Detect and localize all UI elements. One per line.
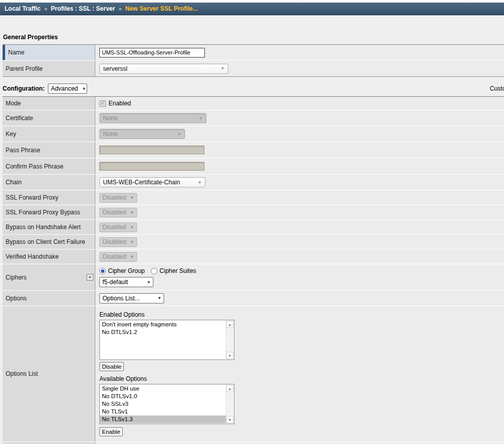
breadcrumb-item-profiles-ssl-server[interactable]: Profiles : SSL : Server xyxy=(51,5,115,12)
row-bypass-on-handshake-alert: Bypass on Handshake Alert Disabled ▼ xyxy=(3,220,504,235)
mode-label-cell: Mode xyxy=(3,97,95,110)
row-pass-phrase: Pass Phrase xyxy=(3,142,504,158)
list-item[interactable]: No SSLv3 xyxy=(100,400,226,408)
cipher-group-select-value: f5-default xyxy=(102,279,128,286)
scroll-up-icon[interactable]: ▲ xyxy=(226,385,233,392)
options-select-value: Options List... xyxy=(102,295,140,302)
chevron-down-icon: ▼ xyxy=(199,116,203,121)
bypass-on-client-cert-failure-select: Disabled ▼ xyxy=(99,237,137,247)
chevron-down-icon: ▼ xyxy=(130,240,134,244)
mode-label: Mode xyxy=(6,100,21,107)
ssl-forward-proxy-label: SSL Forward Proxy xyxy=(6,194,59,201)
breadcrumb-item-current: New Server SSL Profile... xyxy=(125,5,198,12)
key-label: Key xyxy=(6,130,16,137)
parent-profile-label-cell: Parent Profile xyxy=(3,61,95,76)
chevron-down-icon: ▼ xyxy=(177,132,181,136)
general-properties-table: Name Parent Profile serverssl ▼ xyxy=(3,44,504,77)
cipher-group-radio[interactable] xyxy=(99,268,106,274)
breadcrumb: Local Traffic » Profiles : SSL : Server … xyxy=(0,3,504,15)
key-value-cell: None ▼ xyxy=(95,126,504,142)
ssl-forward-proxy-bypass-select-value: Disabled xyxy=(102,209,126,216)
cipher-suites-radio[interactable] xyxy=(151,268,157,274)
ssl-forward-proxy-bypass-label: SSL Forward Proxy Bypass xyxy=(6,209,80,216)
list-item[interactable]: No DTLSv1.2 xyxy=(100,328,226,336)
available-options-scrollbar[interactable]: ▲ ▼ xyxy=(226,385,233,423)
row-key: Key None ▼ xyxy=(3,126,504,142)
bypass-on-handshake-alert-select: Disabled ▼ xyxy=(99,223,137,232)
key-select: None ▼ xyxy=(99,129,185,139)
custom-column-label: Custom xyxy=(490,85,504,92)
name-label-cell: Name xyxy=(3,45,95,60)
ciphers-value-cell: Cipher Group Cipher Suites f5-default ▼ xyxy=(95,264,504,290)
chevron-down-icon: ▼ xyxy=(221,66,225,71)
enabled-options-listbox[interactable]: Don't insert empty fragments No DTLSv1.2… xyxy=(99,320,234,360)
list-item[interactable]: No TLSv1 xyxy=(100,408,226,415)
scroll-up-icon[interactable]: ▲ xyxy=(226,321,233,328)
row-data-0rtt: Data 0-RTT Disabled ▼ xyxy=(3,442,504,444)
row-verified-handshake: Verified Handshake Disabled ▼ xyxy=(3,249,504,264)
configuration-mode-select[interactable]: Advanced ▼ xyxy=(48,84,87,94)
list-item[interactable]: Single DH use xyxy=(100,385,226,393)
pass-phrase-label-cell: Pass Phrase xyxy=(3,142,95,158)
row-certificate: Certificate None ▼ xyxy=(3,110,504,126)
confirm-pass-phrase-label: Confirm Pass Phrase xyxy=(6,163,63,170)
chevron-down-icon: ▼ xyxy=(198,180,202,185)
chain-select-value: UMS-WEB-Certificate-Chain xyxy=(103,179,180,186)
chevron-down-icon: ▼ xyxy=(130,196,134,200)
mode-enabled-checkbox[interactable] xyxy=(99,100,106,107)
pass-phrase-input xyxy=(99,146,204,154)
cipher-group-select[interactable]: f5-default ▼ xyxy=(99,277,153,287)
list-item[interactable]: No DTLSv1.0 xyxy=(100,393,226,400)
certificate-label-cell: Certificate xyxy=(3,110,95,126)
enabled-options-scrollbar[interactable]: ▲ ▼ xyxy=(226,321,233,359)
configuration-table: Mode Enabled Certificate None ▼ xyxy=(3,96,504,444)
list-item-selected[interactable]: No TLSv1.3 xyxy=(100,415,226,423)
verified-handshake-value-cell: Disabled ▼ xyxy=(95,249,504,264)
available-options-title: Available Options xyxy=(99,375,147,382)
cipher-suites-radio-label: Cipher Suites xyxy=(160,267,196,274)
ssl-forward-proxy-label-cell: SSL Forward Proxy xyxy=(3,190,95,205)
ciphers-label: Ciphers xyxy=(6,274,26,281)
mode-value-cell: Enabled xyxy=(95,97,504,110)
chevron-down-icon: ▼ xyxy=(130,225,134,230)
page: Local Traffic » Profiles : SSL : Server … xyxy=(0,3,504,444)
certificate-select-value: None xyxy=(103,115,118,122)
scroll-down-icon[interactable]: ▼ xyxy=(226,416,233,423)
ciphers-expand-button[interactable]: + xyxy=(87,274,93,281)
available-options-listbox[interactable]: Single DH use No DTLSv1.0 No SSLv3 No TL… xyxy=(99,384,234,424)
pass-phrase-value-cell xyxy=(95,142,504,158)
data-0rtt-value-cell: Disabled ▼ xyxy=(95,442,504,444)
options-label-cell: Options xyxy=(3,291,95,306)
parent-profile-select[interactable]: serverssl ▼ xyxy=(99,64,228,74)
configuration-title: Configuration: xyxy=(3,85,45,92)
row-chain: Chain UMS-WEB-Certificate-Chain ▼ xyxy=(3,175,504,190)
row-parent-profile: Parent Profile serverssl ▼ xyxy=(3,61,504,76)
ciphers-label-cell: Ciphers + xyxy=(3,264,95,290)
chain-select[interactable]: UMS-WEB-Certificate-Chain ▼ xyxy=(99,177,205,187)
enable-button[interactable]: Enable xyxy=(99,427,123,436)
chevron-down-icon: ▼ xyxy=(157,296,162,300)
breadcrumb-separator-icon: » xyxy=(44,6,47,12)
breadcrumb-item-local-traffic[interactable]: Local Traffic xyxy=(5,5,41,12)
certificate-label: Certificate xyxy=(6,115,33,122)
configuration-mode-select-value: Advanced xyxy=(51,85,78,92)
certificate-select: None ▼ xyxy=(99,113,206,123)
bypass-on-handshake-alert-label: Bypass on Handshake Alert xyxy=(6,224,81,231)
row-ciphers: Ciphers + Cipher Group Cipher Suites f5-… xyxy=(3,264,504,291)
pass-phrase-label: Pass Phrase xyxy=(6,147,40,154)
options-select[interactable]: Options List... ▼ xyxy=(99,293,164,303)
parent-profile-value-cell: serverssl ▼ xyxy=(95,61,504,76)
bypass-on-client-cert-failure-value-cell: Disabled ▼ xyxy=(95,235,504,249)
row-ssl-forward-proxy: SSL Forward Proxy Disabled ▼ xyxy=(3,190,504,205)
disable-button[interactable]: Disable xyxy=(99,362,124,371)
breadcrumb-separator-icon: » xyxy=(119,6,122,12)
options-label: Options xyxy=(6,295,26,302)
chevron-down-icon: ▼ xyxy=(130,210,134,215)
name-value-cell xyxy=(95,45,504,60)
list-item[interactable]: Don't insert empty fragments xyxy=(100,321,226,328)
parent-profile-select-value: serverssl xyxy=(103,65,127,72)
chain-value-cell: UMS-WEB-Certificate-Chain ▼ xyxy=(95,175,504,190)
scroll-down-icon[interactable]: ▼ xyxy=(226,352,233,359)
chevron-down-icon: ▼ xyxy=(82,87,86,91)
name-input[interactable] xyxy=(99,48,205,58)
